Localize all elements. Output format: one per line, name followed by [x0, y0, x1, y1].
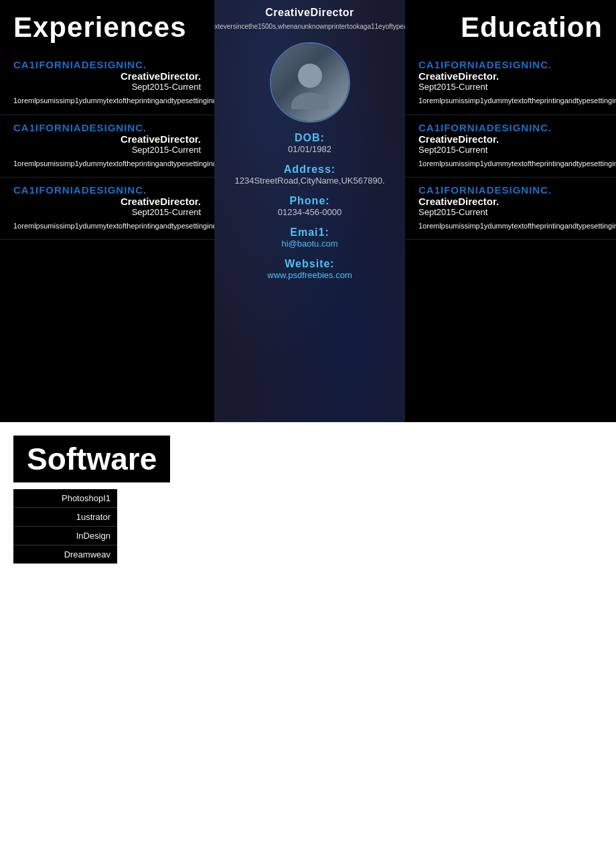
exp-desc: 1oremlpsumissimp1ydummytextoftheprinting…	[13, 221, 201, 231]
edu-desc: 1oremlpsumissimp1ydummytextoftheprinting…	[418, 221, 603, 231]
exp-dates: Sept2015-Current	[13, 207, 201, 217]
education-entries: CA1IFORNIADESIGNINC. CreativeDirector. S…	[405, 52, 616, 240]
exp-dates: Sept2015-Current	[13, 145, 201, 155]
exp-desc: 1oremlpsumissimp1ydummytextoftheprinting…	[13, 96, 201, 106]
exp-dates: Sept2015-Current	[13, 82, 201, 92]
edu-role: CreativeDirector.	[418, 133, 603, 145]
education-entry: CA1IFORNIADESIGNINC. CreativeDirector. S…	[405, 178, 616, 240]
edu-dates: Sept2015-Current	[418, 145, 603, 155]
phone-label: Phone:	[228, 195, 392, 207]
profile-column: CreativeDirector 1oremlpsumissimp1ydummy…	[214, 0, 405, 422]
exp-role: CreativeDirector.	[13, 133, 201, 145]
experience-entry: CA1IFORNIADESIGNINC. CreativeDirector. S…	[0, 115, 214, 178]
profile-title: CreativeDirector	[265, 7, 354, 19]
bottom-section: Software PhotoshopI11ustratorInDesignDre…	[0, 422, 616, 577]
profile-content: CreativeDirector 1oremlpsumissimp1ydummy…	[214, 0, 405, 292]
edu-company: CA1IFORNIADESIGNINC.	[418, 59, 603, 70]
education-entry: CA1IFORNIADESIGNINC. CreativeDirector. S…	[405, 115, 616, 178]
software-item: Dreamweav	[13, 545, 117, 564]
education-entry: CA1IFORNIADESIGNINC. CreativeDirector. S…	[405, 52, 616, 115]
exp-role: CreativeDirector.	[13, 196, 201, 207]
profile-avatar	[270, 42, 350, 123]
experiences-column: Experiences CA1IFORNIADESIGNINC. Creativ…	[0, 0, 214, 422]
experience-entry: CA1IFORNIADESIGNINC. CreativeDirector. S…	[0, 178, 214, 240]
website-section: Website: www.psdfreebies.com	[228, 258, 392, 281]
dob-label: DOB:	[228, 132, 392, 144]
edu-company: CA1IFORNIADESIGNINC.	[418, 122, 603, 133]
education-header: Education	[405, 0, 616, 52]
svg-point-1	[291, 92, 329, 109]
address-label: Address:	[228, 163, 392, 176]
exp-company: CA1IFORNIADESIGNINC.	[13, 122, 201, 133]
avatar-placeholder	[271, 44, 349, 121]
exp-desc: 1oremlpsumissimp1ydummytextoftheprinting…	[13, 159, 201, 169]
edu-dates: Sept2015-Current	[418, 207, 603, 217]
edu-company: CA1IFORNIADESIGNINC.	[418, 184, 603, 196]
edu-desc: 1oremlpsumissimp1ydummytextoftheprinting…	[418, 96, 603, 106]
dob-section: DOB: 01/01/1982	[228, 132, 392, 155]
experiences-title: Experiences	[13, 12, 201, 43]
website-value[interactable]: www.psdfreebies.com	[228, 270, 392, 280]
exp-role: CreativeDirector.	[13, 70, 201, 82]
dob-value: 01/01/1982	[228, 144, 392, 154]
software-item: PhotoshopI1	[13, 489, 117, 508]
experiences-entries: CA1IFORNIADESIGNINC. CreativeDirector. S…	[0, 52, 214, 240]
education-title: Education	[418, 12, 603, 43]
top-section: Experiences CA1IFORNIADESIGNINC. Creativ…	[0, 0, 616, 422]
experience-entry: CA1IFORNIADESIGNINC. CreativeDirector. S…	[0, 52, 214, 115]
address-value: 1234StreetRoad,CityName,UK567890.	[228, 176, 392, 186]
phone-value: 01234-456-0000	[228, 207, 392, 217]
software-list: PhotoshopI11ustratorInDesignDreamweav	[13, 489, 117, 564]
website-label: Website:	[228, 258, 392, 270]
software-item: 1ustrator	[13, 508, 117, 527]
profile-intro: 1oremlpsumissimp1ydummytextoftheprinting…	[214, 21, 405, 31]
education-column: Education CA1IFORNIADESIGNINC. CreativeD…	[405, 0, 616, 422]
exp-company: CA1IFORNIADESIGNINC.	[13, 59, 201, 70]
software-section: Software PhotoshopI11ustratorInDesignDre…	[13, 436, 201, 564]
email-label: Emai1:	[228, 226, 392, 239]
experiences-header: Experiences	[0, 0, 214, 52]
exp-company: CA1IFORNIADESIGNINC.	[13, 184, 201, 196]
email-section: Emai1: hi@baotu.com	[228, 226, 392, 250]
svg-point-0	[298, 64, 322, 88]
email-value[interactable]: hi@baotu.com	[228, 239, 392, 249]
edu-role: CreativeDirector.	[418, 70, 603, 82]
edu-dates: Sept2015-Current	[418, 82, 603, 92]
address-section: Address: 1234StreetRoad,CityName,UK56789…	[228, 163, 392, 187]
software-item: InDesign	[13, 527, 117, 545]
edu-role: CreativeDirector.	[418, 196, 603, 207]
phone-section: Phone: 01234-456-0000	[228, 195, 392, 218]
edu-desc: 1oremlpsumissimp1ydummytextoftheprinting…	[418, 159, 603, 169]
software-title: Software	[13, 436, 170, 482]
